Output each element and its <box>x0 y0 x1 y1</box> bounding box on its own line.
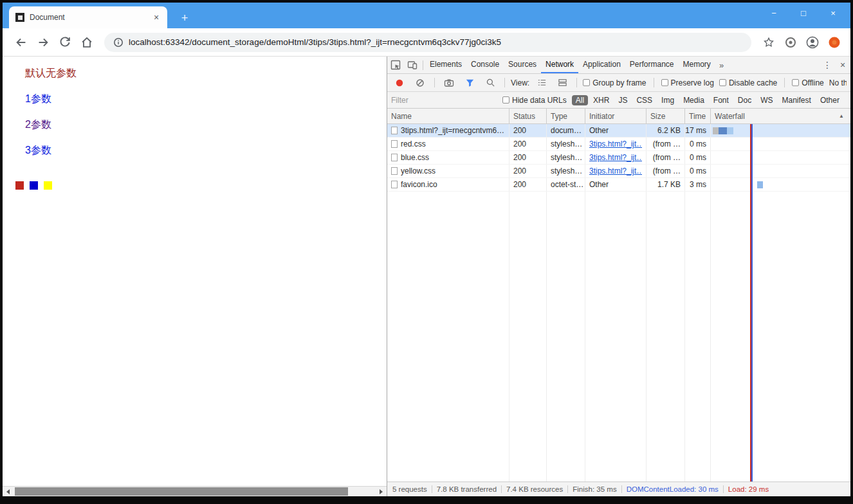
toolbar-option-preserve-log[interactable]: Preserve log <box>661 78 714 87</box>
profile-avatar-icon[interactable] <box>803 33 822 52</box>
horizontal-scrollbar[interactable] <box>3 486 387 496</box>
extension-icon[interactable] <box>781 33 800 52</box>
filter-funnel-icon[interactable] <box>461 78 478 87</box>
column-header-status[interactable]: Status <box>509 109 547 123</box>
column-header-type[interactable]: Type <box>547 109 585 123</box>
filter-type-css[interactable]: CSS <box>632 95 656 105</box>
scrollbar-track[interactable] <box>14 487 376 496</box>
view-large-rows-icon[interactable] <box>554 78 571 87</box>
info-icon[interactable] <box>113 37 124 48</box>
close-button[interactable]: × <box>818 4 848 22</box>
column-header-initiator[interactable]: Initiator <box>585 109 647 123</box>
tab-performance[interactable]: Performance <box>625 57 679 73</box>
forward-button[interactable] <box>33 33 53 52</box>
search-icon[interactable] <box>482 78 499 87</box>
record-icon[interactable] <box>391 78 408 87</box>
url-bar[interactable] <box>104 33 751 52</box>
inspect-element-icon[interactable] <box>387 57 404 73</box>
devtools-close-icon[interactable]: × <box>835 60 850 70</box>
capture-screenshots-icon[interactable] <box>441 78 457 88</box>
page-link[interactable]: 默认无参数 <box>25 67 387 80</box>
waterfall-bar <box>757 181 763 188</box>
tab-console[interactable]: Console <box>466 57 504 73</box>
checkbox-icon[interactable] <box>719 79 726 86</box>
table-row[interactable]: yellow.css200stylesh…3tips.html?_ijt…(fr… <box>387 165 850 178</box>
scrollbar-thumb[interactable] <box>15 487 348 496</box>
table-row[interactable]: favicon.ico200octet-st…Other1.7 KB3 ms <box>387 178 850 192</box>
devtools-tab-bar: ElementsConsoleSourcesNetworkApplication… <box>387 57 850 74</box>
table-row[interactable]: blue.css200stylesh…3tips.html?_ijt…(from… <box>387 151 850 165</box>
checkbox-icon[interactable] <box>661 79 668 86</box>
request-name: yellow.css <box>401 166 436 176</box>
table-row[interactable]: 3tips.html?_ijt=rnecgcntvm6…200docum…Oth… <box>387 124 850 138</box>
cell-status: 200 <box>509 178 547 191</box>
toolbar-option-label: Group by frame <box>592 78 646 87</box>
home-button[interactable] <box>77 33 96 52</box>
tab-application[interactable]: Application <box>578 57 625 73</box>
yellow-square[interactable] <box>44 181 52 190</box>
tab-network[interactable]: Network <box>541 57 578 73</box>
filter-type-doc[interactable]: Doc <box>734 95 755 105</box>
maximize-button[interactable]: □ <box>789 4 818 22</box>
filter-type-all[interactable]: All <box>572 95 588 105</box>
hide-data-urls-option[interactable]: Hide data URLs <box>502 96 567 105</box>
filter-type-xhr[interactable]: XHR <box>589 95 613 105</box>
filter-type-img[interactable]: Img <box>657 95 678 105</box>
browser-tab[interactable]: Document × <box>9 6 167 28</box>
more-tabs-button[interactable]: » <box>715 57 728 73</box>
filter-type-js[interactable]: JS <box>614 95 631 105</box>
toolbar-option-offline[interactable]: Offline <box>792 78 823 87</box>
request-name: favicon.ico <box>401 180 437 189</box>
scroll-left-button[interactable] <box>3 487 14 496</box>
filter-input[interactable] <box>391 96 497 105</box>
reload-button[interactable] <box>55 33 75 52</box>
throttle-select[interactable]: No throttl <box>829 78 847 87</box>
filter-type-font[interactable]: Font <box>710 95 733 105</box>
column-label: Waterfall <box>715 112 745 121</box>
browser-menu-icon[interactable] <box>825 33 844 52</box>
column-header-time[interactable]: Time <box>685 109 711 123</box>
column-header-waterfall[interactable]: Waterfall▲ <box>711 109 850 123</box>
red-square[interactable] <box>15 181 24 190</box>
view-small-rows-icon[interactable] <box>533 78 550 87</box>
network-body: 3tips.html?_ijt=rnecgcntvm6…200docum…Oth… <box>387 124 850 482</box>
grid-line <box>546 192 547 482</box>
filter-type-ws[interactable]: WS <box>757 95 776 105</box>
toolbar-option-disable-cache[interactable]: Disable cache <box>719 78 777 87</box>
status-separator <box>723 485 724 493</box>
tab-elements[interactable]: Elements <box>425 57 466 73</box>
cell-type: stylesh… <box>547 165 585 177</box>
column-header-name[interactable]: Name <box>387 109 509 123</box>
checkbox-icon[interactable] <box>502 96 509 104</box>
minimize-button[interactable]: − <box>759 4 789 22</box>
device-toolbar-icon[interactable] <box>404 57 421 73</box>
column-label: Initiator <box>589 112 614 121</box>
tab-memory[interactable]: Memory <box>679 57 715 73</box>
blue-square[interactable] <box>30 181 38 190</box>
grid-line <box>509 192 509 482</box>
tab-close-icon[interactable]: × <box>151 12 162 22</box>
table-row[interactable]: red.css200stylesh…3tips.html?_ijt…(from … <box>387 138 850 151</box>
page-link[interactable]: 3参数 <box>25 144 387 157</box>
page-link[interactable]: 2参数 <box>25 118 387 131</box>
checkbox-icon[interactable] <box>792 79 799 86</box>
filter-type-other[interactable]: Other <box>816 95 843 105</box>
scroll-right-button[interactable] <box>376 487 387 496</box>
clear-icon[interactable] <box>412 78 428 87</box>
filter-type-media[interactable]: Media <box>679 95 708 105</box>
initiator-link[interactable]: 3tips.html?_ijt… <box>589 153 642 162</box>
tab-sources[interactable]: Sources <box>504 57 541 73</box>
filter-type-manifest[interactable]: Manifest <box>778 95 815 105</box>
checkbox-icon[interactable] <box>583 79 590 86</box>
toolbar-option-group-by-frame[interactable]: Group by frame <box>583 78 646 87</box>
back-button[interactable] <box>12 33 31 52</box>
new-tab-button[interactable]: + <box>178 12 192 24</box>
initiator-link[interactable]: 3tips.html?_ijt… <box>589 166 642 176</box>
url-input[interactable] <box>129 37 742 47</box>
bookmark-star-icon[interactable] <box>759 33 778 52</box>
cell-initiator: 3tips.html?_ijt… <box>585 151 647 164</box>
page-link[interactable]: 1参数 <box>25 93 387 105</box>
initiator-link[interactable]: 3tips.html?_ijt… <box>589 140 642 148</box>
column-header-size[interactable]: Size <box>647 109 685 123</box>
devtools-more-menu-icon[interactable]: ⋮ <box>820 60 835 70</box>
